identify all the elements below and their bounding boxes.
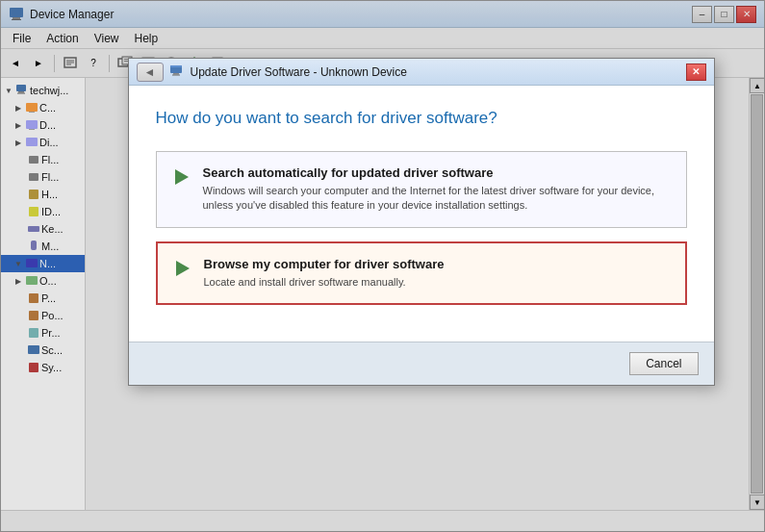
option-browse-computer[interactable]: Browse my computer for driver software L… (156, 241, 687, 305)
option-browse-title: Browse my computer for driver software (204, 257, 670, 271)
search-auto-arrow (172, 167, 191, 187)
option-search-automatically[interactable]: Search automatically for updated driver … (156, 151, 687, 228)
cancel-button[interactable]: Cancel (629, 352, 698, 375)
dialog-heading: How do you want to search for driver sof… (156, 109, 687, 128)
dialog-title-icon (169, 63, 185, 81)
option-search-auto-desc: Windows will search your computer and th… (203, 184, 671, 214)
dialog-footer: Cancel (129, 342, 714, 385)
option-browse-desc: Locate and install driver software manua… (204, 275, 670, 290)
dialog-close-button[interactable]: ✕ (686, 63, 706, 81)
browse-arrow (173, 259, 192, 278)
svg-rect-45 (172, 75, 180, 76)
dialog-body: How do you want to search for driver sof… (129, 86, 714, 342)
option-search-auto-title: Search automatically for updated driver … (203, 165, 671, 180)
dialog-back-button[interactable]: ◄ (137, 63, 164, 82)
dialog-title-bar: ◄ Update Driver Software - Unknown Devic… (129, 59, 714, 86)
update-driver-dialog: ◄ Update Driver Software - Unknown Devic… (128, 58, 715, 386)
svg-rect-44 (173, 73, 179, 75)
svg-rect-43 (170, 65, 182, 67)
modal-overlay: ◄ Update Driver Software - Unknown Devic… (0, 0, 765, 532)
dialog-title-text: Update Driver Software - Unknown Device (191, 65, 407, 79)
